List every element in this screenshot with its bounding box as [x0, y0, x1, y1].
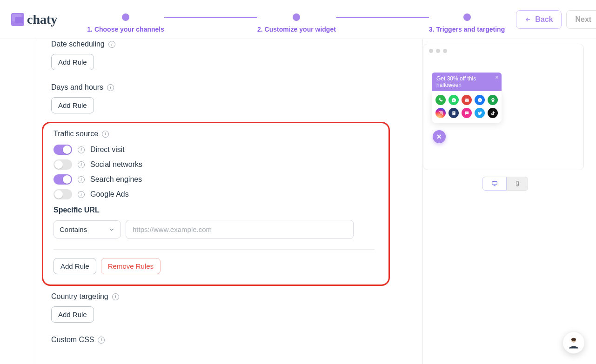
desktop-icon: [490, 180, 499, 187]
svg-point-3: [442, 112, 442, 112]
svg-point-11: [517, 185, 518, 185]
messenger-icon[interactable]: [475, 95, 485, 105]
step-3[interactable]: 3. Triggers and targeting: [429, 13, 505, 33]
title-text: Traffic source: [54, 130, 98, 138]
section-title: Date scheduling i: [51, 40, 422, 48]
phone-icon[interactable]: [435, 95, 446, 105]
toggle-switch[interactable]: [54, 159, 72, 170]
close-icon[interactable]: ✕: [495, 75, 499, 80]
toggle-label: Social networks: [90, 160, 142, 169]
svg-point-6: [466, 113, 466, 113]
body: Date scheduling i Add Rule Days and hour…: [0, 39, 596, 364]
info-icon[interactable]: i: [108, 41, 115, 48]
contact-icon[interactable]: [449, 108, 459, 118]
back-button-label: Back: [535, 15, 553, 24]
rule-actions: Add Rule Remove Rules: [54, 258, 384, 274]
step-label: 3. Triggers and targeting: [429, 26, 505, 33]
svg-point-8: [467, 113, 468, 113]
device-switch: [423, 177, 588, 191]
info-icon[interactable]: i: [112, 293, 119, 300]
close-fab[interactable]: ✕: [433, 130, 446, 143]
next-button[interactable]: Next: [566, 10, 596, 29]
step-dot-icon: [122, 13, 129, 21]
logo-text: chaty: [27, 12, 57, 27]
whatsapp-icon[interactable]: [449, 95, 459, 105]
toggle-search-engines: i Search engines: [54, 174, 384, 185]
person-icon: [567, 336, 581, 350]
email-icon[interactable]: [462, 95, 472, 105]
toggle-label: Search engines: [90, 175, 142, 184]
svg-point-7: [467, 113, 467, 113]
info-icon[interactable]: i: [107, 84, 114, 91]
toggle-label: Google Ads: [90, 190, 129, 199]
divider: [54, 249, 375, 250]
icon-row-2: [435, 108, 498, 118]
promo-text: Get 30% off this halloween: [436, 75, 476, 88]
header-actions: Back Next Save Widget: [516, 6, 596, 33]
svg-rect-9: [492, 181, 497, 185]
toggle-social-networks: i Social networks: [54, 159, 384, 170]
add-rule-button[interactable]: Add Rule: [51, 306, 94, 323]
info-icon[interactable]: i: [78, 176, 85, 183]
section-title: Days and hours i: [51, 83, 422, 92]
step-label: 2. Customize your widget: [257, 26, 336, 33]
step-dot-icon: [463, 13, 471, 21]
tiktok-icon[interactable]: [488, 108, 498, 118]
toggle-switch[interactable]: [54, 145, 72, 155]
toggle-google-ads: i Google Ads: [54, 189, 384, 199]
logo-icon: [11, 13, 24, 26]
step-connector: [164, 17, 257, 18]
promo-banner: Get 30% off this halloween ✕: [432, 73, 502, 91]
section-title: Country targeting i: [51, 292, 422, 301]
section-title: Traffic source i: [54, 130, 384, 138]
twitter-icon[interactable]: [475, 108, 485, 118]
progress-steps: 1. Choose your channels 2. Customize you…: [87, 6, 505, 33]
select-value: Contains: [60, 225, 87, 233]
section-date-scheduling: Date scheduling i Add Rule: [37, 39, 422, 71]
remove-rules-button[interactable]: Remove Rules: [101, 258, 161, 274]
section-country-targeting: Country targeting i Add Rule: [37, 291, 422, 324]
specific-url-label: Specific URL: [54, 206, 384, 214]
title-text: Country targeting: [51, 292, 108, 301]
content: Date scheduling i Add Rule Days and hour…: [0, 39, 596, 364]
info-icon[interactable]: i: [78, 146, 85, 153]
title-text: Date scheduling: [51, 40, 105, 48]
preview-column: Get 30% off this halloween ✕: [423, 39, 596, 364]
support-avatar[interactable]: [563, 331, 585, 354]
toggle-switch[interactable]: [54, 189, 72, 199]
svg-point-5: [453, 112, 454, 113]
back-button[interactable]: Back: [516, 10, 562, 29]
device-mobile-button[interactable]: [507, 177, 528, 191]
toggle-switch[interactable]: [54, 174, 72, 185]
section-days-hours: Days and hours i Add Rule: [37, 81, 422, 114]
info-icon[interactable]: i: [102, 131, 109, 138]
toggle-label: Direct visit: [90, 146, 125, 154]
mobile-icon: [515, 180, 520, 187]
step-connector: [336, 17, 429, 18]
next-button-label: Next: [575, 15, 591, 24]
toggle-direct-visit: i Direct visit: [54, 145, 384, 155]
arrow-left-icon: [525, 16, 531, 23]
device-desktop-button[interactable]: [482, 177, 507, 191]
location-icon[interactable]: [488, 95, 498, 105]
info-icon[interactable]: i: [78, 161, 85, 168]
add-rule-button[interactable]: Add Rule: [51, 97, 94, 113]
step-2[interactable]: 2. Customize your widget: [257, 13, 336, 33]
url-input[interactable]: [126, 220, 354, 239]
step-dot-icon: [293, 13, 300, 21]
add-rule-button[interactable]: Add Rule: [54, 258, 96, 274]
section-title: Custom CSS i: [51, 336, 422, 344]
info-icon[interactable]: i: [78, 191, 85, 198]
section-traffic-source: Traffic source i i Direct visit i Social…: [42, 122, 390, 286]
step-1[interactable]: 1. Choose your channels: [87, 13, 164, 33]
instagram-icon[interactable]: [435, 108, 446, 118]
info-icon[interactable]: i: [98, 337, 105, 344]
title-text: Custom CSS: [51, 336, 94, 344]
svg-point-2: [440, 112, 442, 114]
section-custom-css: Custom CSS i: [37, 334, 422, 351]
chat-panel: [432, 91, 502, 123]
sms-icon[interactable]: [462, 108, 472, 118]
chevron-down-icon: [108, 226, 115, 233]
condition-select[interactable]: Contains: [54, 220, 121, 238]
add-rule-button[interactable]: Add Rule: [51, 54, 94, 70]
